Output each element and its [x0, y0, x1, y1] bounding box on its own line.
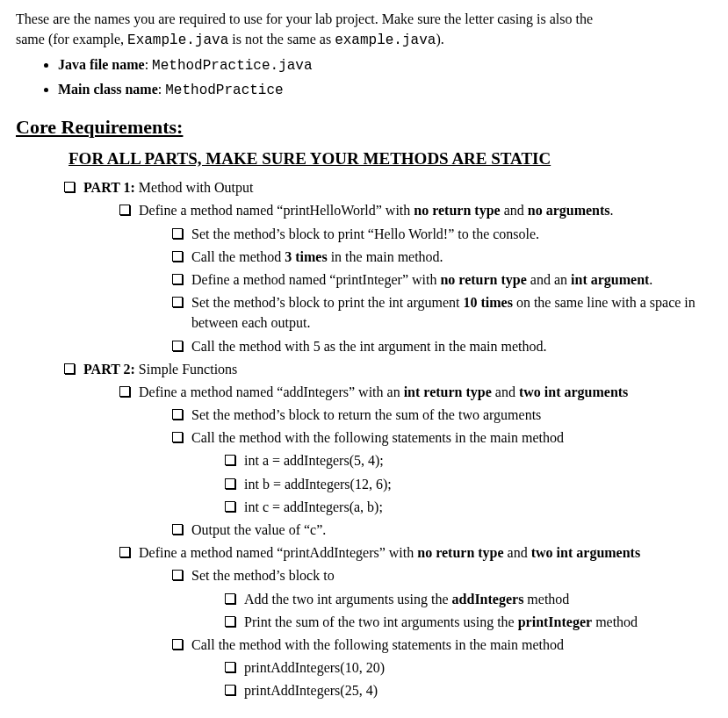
- p2-print-sum: Print the sum of the two int arguments u…: [225, 612, 712, 632]
- p2-define-printaddintegers: Define a method named “printAddIntegers”…: [119, 542, 712, 563]
- intro-line2c: ).: [436, 32, 443, 47]
- p1-set-block-10times: Set the method’s block to print the int …: [172, 292, 712, 333]
- intro-code1: Example.java: [127, 32, 228, 48]
- checkbox-icon: [172, 409, 183, 420]
- p1-call-with-5: Call the method with 5 as the int argume…: [172, 336, 712, 356]
- part2-row: PART 2: Simple Functions: [64, 359, 712, 379]
- checkbox-icon: [225, 616, 235, 627]
- bullet1-label: Java file name: [58, 57, 145, 72]
- p1-define-printinteger: Define a method named “printInteger” wit…: [172, 269, 712, 290]
- bullet2-value: MethodPractice: [165, 83, 283, 98]
- static-methods-heading: FOR ALL PARTS, MAKE SURE YOUR METHODS AR…: [68, 147, 712, 171]
- checkbox-icon: [172, 524, 183, 535]
- p2-call-10-20: printAddIntegers(10, 20): [225, 657, 712, 678]
- checkbox-icon: [119, 386, 130, 397]
- bullet2-label: Main class name: [58, 82, 158, 97]
- p1-define-printhelloworld: Define a method named “printHelloWorld” …: [119, 200, 712, 220]
- p1-set-block-hello: Set the method’s block to print “Hello W…: [172, 224, 712, 244]
- checkbox-icon: [225, 662, 235, 672]
- p2-set-block-sum: Set the method’s block to return the sum…: [172, 405, 712, 425]
- checkbox-icon: [119, 205, 130, 215]
- checkbox-icon: [172, 432, 183, 442]
- core-requirements-heading: Core Requirements:: [16, 113, 712, 141]
- bullet-main-class: Main class name: MethodPractice: [58, 79, 712, 101]
- intro-code2: example.java: [335, 32, 436, 48]
- intro-paragraph: These are the names you are required to …: [16, 9, 712, 51]
- part2-title: PART 2: Simple Functions: [83, 359, 712, 379]
- part1-title: PART 1: Method with Output: [83, 177, 712, 197]
- checkbox-icon: [64, 363, 75, 374]
- checkbox-icon: [225, 685, 235, 695]
- p2-call-25-4: printAddIntegers(25, 4): [225, 680, 712, 700]
- p2-output-c: Output the value of “c”.: [172, 520, 712, 540]
- intro-line2a: same (for example,: [16, 32, 127, 47]
- p2-stmt-a: int a = addIntegers(5, 4);: [225, 450, 712, 470]
- checkbox-icon: [172, 570, 183, 580]
- intro-line2b: is not the same as: [228, 32, 335, 47]
- p2-call-main-statements: Call the method with the following state…: [172, 635, 712, 655]
- checkbox-icon: [172, 341, 183, 351]
- checkbox-icon: [172, 274, 183, 284]
- checkbox-icon: [225, 455, 235, 465]
- part1-row: PART 1: Method with Output: [64, 177, 712, 197]
- checkbox-icon: [225, 501, 235, 512]
- bullet1-value: MethodPractice.java: [152, 58, 312, 74]
- checkbox-icon: [172, 228, 183, 239]
- checkbox-icon: [172, 251, 183, 262]
- checkbox-icon: [172, 297, 183, 307]
- p2-add-two-ints: Add the two int arguments using the addI…: [225, 589, 712, 609]
- checkbox-icon: [225, 593, 235, 604]
- p2-stmt-b: int b = addIntegers(12, 6);: [225, 474, 712, 494]
- intro-line1: These are the names you are required to …: [16, 11, 593, 26]
- p1-call-3times: Call the method 3 times in the main meth…: [172, 247, 712, 267]
- checkbox-icon: [119, 547, 130, 557]
- checkbox-icon: [64, 182, 75, 192]
- checkbox-icon: [225, 478, 235, 489]
- checkbox-icon: [172, 639, 183, 650]
- p2-define-addintegers: Define a method named “addIntegers” with…: [119, 382, 712, 402]
- name-bullets: Java file name: MethodPractice.java Main…: [16, 54, 712, 100]
- p2-call-statements: Call the method with the following state…: [172, 427, 712, 448]
- bullet-java-file: Java file name: MethodPractice.java: [58, 54, 712, 76]
- p2-set-block-to: Set the method’s block to: [172, 565, 712, 585]
- p2-stmt-c: int c = addIntegers(a, b);: [225, 497, 712, 517]
